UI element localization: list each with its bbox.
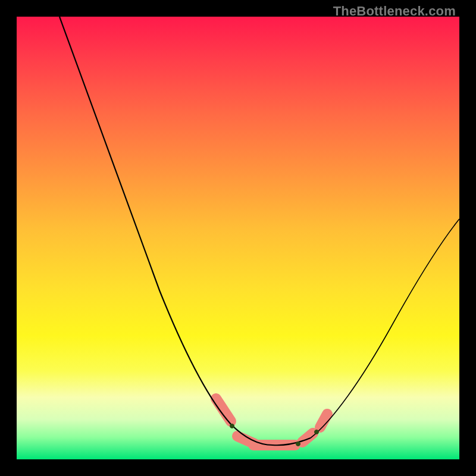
curve-layer	[17, 17, 459, 459]
dot-1	[230, 424, 234, 428]
salmon-seg-1	[216, 399, 231, 421]
left-curve	[60, 17, 273, 445]
dot-2	[296, 442, 300, 446]
dot-3	[315, 430, 319, 434]
chart-frame	[17, 17, 459, 459]
right-curve	[311, 219, 459, 438]
